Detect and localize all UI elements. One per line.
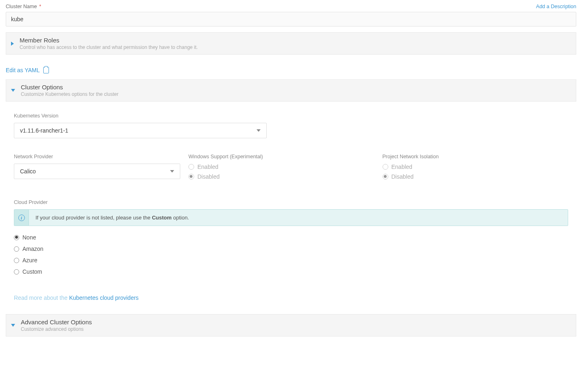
edit-as-yaml-label: Edit as YAML xyxy=(6,67,40,73)
cloud-amazon-label: Amazon xyxy=(22,246,43,252)
radio-icon xyxy=(14,235,19,240)
k8s-version-label: Kubernetes Version xyxy=(14,113,568,119)
network-provider-value: Calico xyxy=(20,168,36,175)
k8s-version-select[interactable]: v1.11.6-rancher1-1 xyxy=(14,123,267,138)
info-text: If your cloud provider is not listed, pl… xyxy=(29,210,195,226)
project-isolation-label: Project Network Isolation xyxy=(383,154,569,159)
advanced-options-panel[interactable]: Advanced Cluster Options Customize advan… xyxy=(6,314,576,337)
cloud-none-radio[interactable]: None xyxy=(14,234,568,241)
read-more-prefix: Read more about the xyxy=(14,295,69,301)
cluster-options-title: Cluster Options xyxy=(21,84,118,91)
info-icon: i xyxy=(18,215,25,221)
windows-disabled-radio: Disabled xyxy=(188,173,374,180)
chevron-right-icon xyxy=(11,42,14,46)
windows-disabled-label: Disabled xyxy=(197,173,219,180)
cloud-provider-label: Cloud Provider xyxy=(14,199,568,205)
cluster-options-panel[interactable]: Cluster Options Customize Kubernetes opt… xyxy=(6,80,576,102)
cloud-none-label: None xyxy=(22,234,36,241)
cloud-custom-label: Custom xyxy=(22,268,42,275)
member-roles-title: Member Roles xyxy=(20,37,198,44)
chevron-down-icon xyxy=(257,129,261,132)
advanced-title: Advanced Cluster Options xyxy=(21,319,92,326)
read-more-link[interactable]: Read more about the Kubernetes cloud pro… xyxy=(14,295,568,301)
chevron-down-icon xyxy=(11,89,15,92)
cloud-azure-label: Azure xyxy=(22,257,38,264)
cluster-options-sub: Customize Kubernetes options for the clu… xyxy=(21,91,118,97)
isolation-disabled-label: Disabled xyxy=(392,173,414,180)
info-icon-box: i xyxy=(14,210,29,226)
isolation-enabled-radio: Enabled xyxy=(383,164,569,170)
radio-icon xyxy=(188,174,194,179)
network-provider-label: Network Provider xyxy=(14,154,180,159)
chevron-down-icon xyxy=(11,324,15,327)
network-provider-select[interactable]: Calico xyxy=(14,164,180,179)
cloud-amazon-radio[interactable]: Amazon xyxy=(14,246,568,252)
advanced-sub: Customize advanced options xyxy=(21,326,92,332)
radio-icon xyxy=(14,246,19,252)
chevron-down-icon xyxy=(170,170,174,173)
clipboard-icon xyxy=(43,67,49,73)
edit-as-yaml-link[interactable]: Edit as YAML xyxy=(6,61,576,80)
cluster-name-input[interactable] xyxy=(6,12,576,27)
add-description-link[interactable]: Add a Description xyxy=(536,4,576,9)
member-roles-panel[interactable]: Member Roles Control who has access to t… xyxy=(6,32,576,55)
cloud-custom-radio[interactable]: Custom xyxy=(14,268,568,275)
windows-support-label: Windows Support (Experimental) xyxy=(188,154,374,159)
isolation-disabled-radio: Disabled xyxy=(383,173,569,180)
radio-icon xyxy=(188,164,194,170)
radio-icon xyxy=(14,269,19,275)
info-banner: i If your cloud provider is not listed, … xyxy=(14,209,568,226)
isolation-enabled-label: Enabled xyxy=(392,164,412,170)
windows-enabled-label: Enabled xyxy=(197,164,218,170)
radio-icon xyxy=(383,174,388,179)
radio-icon xyxy=(383,164,388,170)
required-indicator: * xyxy=(39,3,41,9)
read-more-target: Kubernetes cloud providers xyxy=(69,295,138,301)
windows-enabled-radio: Enabled xyxy=(188,164,374,170)
radio-icon xyxy=(14,258,19,263)
cluster-name-label: Cluster Name xyxy=(6,4,37,9)
cloud-azure-radio[interactable]: Azure xyxy=(14,257,568,264)
member-roles-sub: Control who has access to the cluster an… xyxy=(20,44,198,50)
k8s-version-value: v1.11.6-rancher1-1 xyxy=(20,127,68,134)
